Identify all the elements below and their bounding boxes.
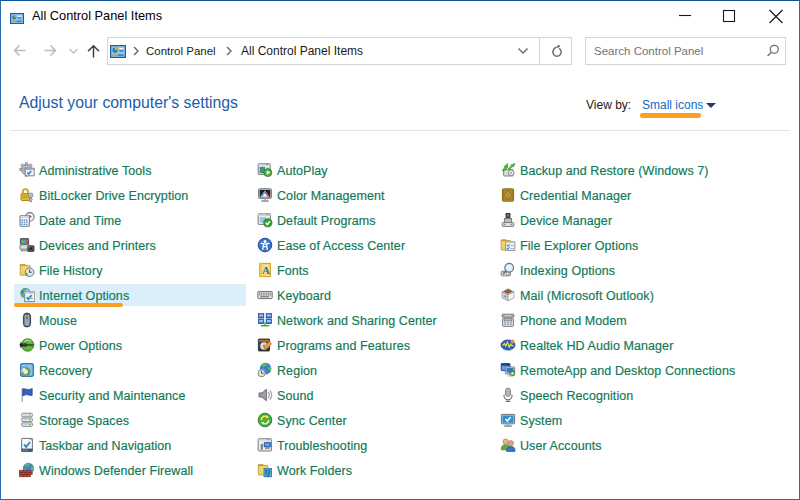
- svg-text:A: A: [262, 264, 270, 276]
